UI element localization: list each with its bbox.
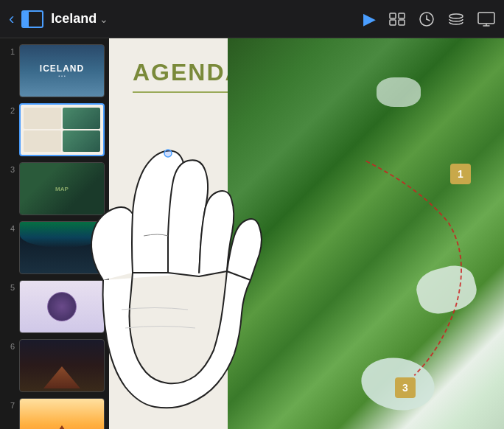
slide-thumbnail[interactable] [19, 398, 105, 429]
back-button[interactable]: ‹ [9, 10, 14, 29]
map-marker-1: 1 [450, 164, 471, 184]
list-item[interactable]: 6 [4, 339, 105, 392]
slide-number: 7 [4, 398, 15, 410]
slide-thumbnail[interactable]: MAP [19, 162, 105, 215]
slide-thumb-subtitle: • • • [40, 74, 84, 78]
svg-rect-2 [390, 20, 396, 25]
list-item[interactable]: 5 [4, 280, 105, 333]
thumb-diagram [47, 292, 77, 321]
slide-thumb-title: ICELAND [40, 63, 84, 74]
slide-number: 3 [4, 162, 15, 174]
svg-rect-0 [390, 13, 396, 18]
display-button[interactable] [477, 12, 495, 27]
thumb-text-block [24, 108, 61, 129]
map-marker-3: 3 [395, 377, 416, 398]
main-slide-area: AGENDA 1 3 [109, 38, 504, 429]
aurora-graphic [20, 222, 104, 248]
list-item[interactable]: 2 [4, 103, 105, 156]
slide-number: 4 [4, 221, 15, 233]
layers-button[interactable] [448, 11, 464, 27]
thumb-map-label: MAP [55, 186, 69, 192]
thumb-volcano-2 [43, 425, 80, 429]
play-button[interactable]: ▶ [363, 10, 376, 29]
slide-thumbnail[interactable] [19, 103, 105, 156]
ice-patch [413, 261, 481, 319]
thumb-volcano [43, 366, 80, 388]
toolbar: ‹ Iceland ⌄ ▶ [0, 0, 504, 38]
slide-thumbnail[interactable] [19, 280, 105, 333]
svg-rect-3 [399, 20, 405, 25]
list-item[interactable]: 3 MAP [4, 162, 105, 215]
thumb-image-block [63, 108, 100, 129]
slide-number: 6 [4, 339, 15, 351]
toolbar-left: ‹ Iceland ⌄ [9, 10, 171, 29]
slide-number: 5 [4, 280, 15, 292]
slide-thumbnail[interactable] [19, 221, 105, 274]
slide-number: 1 [4, 44, 15, 56]
thumb-text-block [24, 130, 61, 152]
slide-thumbnail[interactable] [19, 339, 105, 392]
grid-view-button[interactable] [389, 13, 405, 26]
document-title-wrap[interactable]: Iceland ⌄ [51, 11, 108, 27]
svg-line-6 [427, 19, 430, 21]
slide-panel: 1 ICELAND • • • 2 3 MAP 4 [0, 38, 109, 429]
list-item[interactable]: 4 [4, 221, 105, 274]
list-item[interactable]: 1 ICELAND • • • [4, 44, 105, 97]
chevron-down-icon: ⌄ [99, 13, 108, 25]
list-item[interactable]: 7 [4, 398, 105, 429]
clock-button[interactable] [419, 11, 435, 27]
slide-navigator-icon[interactable] [21, 10, 43, 28]
slide-thumbnail[interactable]: ICELAND • • • [19, 44, 105, 97]
svg-rect-1 [399, 13, 405, 18]
thumb-image-block [63, 130, 100, 152]
svg-rect-8 [478, 13, 494, 24]
iceland-map: 1 3 [228, 38, 504, 429]
document-title: Iceland [51, 11, 97, 27]
slide-number: 2 [4, 103, 15, 115]
svg-point-7 [449, 14, 463, 18]
ice-patch [377, 77, 421, 107]
slide-content: AGENDA 1 3 [109, 38, 504, 429]
toolbar-right: ▶ [333, 10, 495, 29]
